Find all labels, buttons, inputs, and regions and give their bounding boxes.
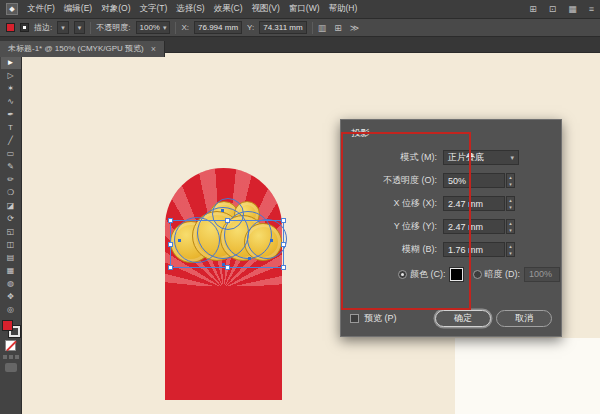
rectangle-tool[interactable]: ▭ <box>1 147 21 160</box>
pasteboard-area <box>455 338 600 414</box>
menu-item-object[interactable]: 对象(O) <box>101 3 130 15</box>
blur-value: 1.76 mm <box>448 245 483 255</box>
stroke-weight-dropdown[interactable]: ▾ <box>57 21 69 34</box>
color-radio[interactable] <box>398 270 407 279</box>
shadow-color-swatch[interactable] <box>450 268 463 281</box>
line-segment-tool[interactable]: ╱ <box>1 134 21 147</box>
brush-definition-dropdown[interactable]: ▾ <box>74 21 86 34</box>
pencil-tool[interactable]: ✏ <box>1 173 21 186</box>
anchor-point[interactable] <box>221 209 224 212</box>
stepper-down-icon[interactable]: ▾ <box>507 204 514 211</box>
y-offset-field[interactable]: 2.47 mm <box>443 219 505 234</box>
workspace-icon[interactable]: ▦ <box>568 4 577 14</box>
selection-handle[interactable] <box>225 218 230 223</box>
selection-tool[interactable]: ► <box>1 56 21 69</box>
selection-handle[interactable] <box>281 218 286 223</box>
scale-tool[interactable]: ◱ <box>1 225 21 238</box>
divider <box>90 22 91 34</box>
opacity-row: 不透明度 (O): 50% ▴ ▾ <box>341 169 561 192</box>
stepper[interactable]: ▴ ▾ <box>506 196 515 211</box>
document-arrange-icon[interactable]: ⊞ <box>529 4 537 14</box>
none-color-button[interactable] <box>5 340 16 351</box>
darkness-label: 暗度 (D): <box>485 268 521 281</box>
stepper-down-icon[interactable]: ▾ <box>507 250 514 257</box>
shape-builder-tool[interactable]: ◫ <box>1 238 21 251</box>
share-icon[interactable]: ⊡ <box>549 4 557 14</box>
transform-panel-icon[interactable]: ⊞ <box>334 23 342 33</box>
stepper[interactable]: ▴ ▾ <box>506 219 515 234</box>
ok-button[interactable]: 确定 <box>435 310 491 327</box>
menu-item-file[interactable]: 文件(F) <box>27 3 55 15</box>
paintbrush-tool[interactable]: ✎ <box>1 160 21 173</box>
selection-handle[interactable] <box>168 265 173 270</box>
eyedropper-tool[interactable]: ◍ <box>1 277 21 290</box>
x-offset-field[interactable]: 2.47 mm <box>443 196 505 211</box>
hand-tool[interactable]: ✥ <box>1 290 21 303</box>
y-offset-row: Y 位移 (Y): 2.47 mm ▴ ▾ <box>341 215 561 238</box>
magic-wand-tool[interactable]: ✶ <box>1 82 21 95</box>
color-mode-buttons[interactable] <box>3 355 19 359</box>
type-tool[interactable]: T <box>1 121 21 134</box>
opacity-value: 100% <box>140 23 160 32</box>
menu-item-type[interactable]: 文字(T) <box>139 3 167 15</box>
stepper-down-icon[interactable]: ▾ <box>507 181 514 188</box>
mode-value: 正片叠底 <box>448 151 484 164</box>
menu-item-edit[interactable]: 编辑(E) <box>64 3 92 15</box>
app-icon[interactable]: ◆ <box>6 3 18 15</box>
zoom-tool[interactable]: ◎ <box>1 303 21 316</box>
dialog-footer: 预览 (P) 确定 取消 <box>350 309 552 327</box>
fill-color-well[interactable] <box>2 320 13 331</box>
selection-handle[interactable] <box>168 218 173 223</box>
gradient-tool[interactable]: ▤ <box>1 251 21 264</box>
eraser-tool[interactable]: ◪ <box>1 199 21 212</box>
direct-selection-tool[interactable]: ▷ <box>1 69 21 82</box>
y-offset-value: 2.47 mm <box>448 222 483 232</box>
menu-item-view[interactable]: 视图(V) <box>252 3 280 15</box>
cancel-button[interactable]: 取消 <box>496 310 552 327</box>
overflow-icon[interactable]: ≡ <box>589 4 594 14</box>
blob-brush-tool[interactable]: ❍ <box>1 186 21 199</box>
color-darkness-row: 颜色 (C): 暗度 (D): 100% <box>341 261 561 287</box>
drop-shadow-dialog: 投影 模式 (M): 正片叠底 ▾ 不透明度 (O): 50% ▴ ▾ X 位移… <box>340 119 562 337</box>
chevron-down-icon: ▾ <box>61 24 65 32</box>
blur-field[interactable]: 1.76 mm <box>443 242 505 257</box>
mesh-tool[interactable]: ▦ <box>1 264 21 277</box>
selection-handle[interactable] <box>281 242 286 247</box>
lasso-tool[interactable]: ∿ <box>1 95 21 108</box>
selection-handle[interactable] <box>168 242 173 247</box>
stroke-proxy-swatch[interactable] <box>20 23 29 32</box>
menu-item-effect[interactable]: 效果(C) <box>214 3 243 15</box>
opacity-dropdown[interactable]: 100% ▾ <box>136 21 171 34</box>
screen-mode-button[interactable] <box>5 363 17 372</box>
stepper[interactable]: ▴ ▾ <box>506 242 515 257</box>
mode-label: 模式 (M): <box>341 151 437 164</box>
stepper-down-icon[interactable]: ▾ <box>507 227 514 234</box>
stepper[interactable]: ▴ ▾ <box>506 173 515 188</box>
document-tab[interactable]: 未标题-1* @ 150% (CMYK/GPU 预览) × <box>0 41 165 57</box>
menu-item-help[interactable]: 帮助(H) <box>329 3 358 15</box>
y-position-field[interactable]: 74.311 mm <box>259 21 306 34</box>
selection-bounding-box[interactable] <box>170 220 284 268</box>
darkness-radio[interactable] <box>473 270 482 279</box>
close-icon[interactable]: × <box>151 44 156 54</box>
pen-tool[interactable]: ✒ <box>1 108 21 121</box>
y-label: Y: <box>247 23 254 32</box>
rotate-tool[interactable]: ⟳ <box>1 212 21 225</box>
opacity-field[interactable]: 50% <box>443 173 505 188</box>
selection-handle[interactable] <box>281 265 286 270</box>
chevron-down-icon: ▾ <box>510 154 514 162</box>
fill-proxy-swatch[interactable] <box>6 23 15 32</box>
x-offset-row: X 位移 (X): 2.47 mm ▴ ▾ <box>341 192 561 215</box>
preview-checkbox[interactable] <box>350 314 359 323</box>
selection-handle[interactable] <box>225 265 230 270</box>
align-panel-icon[interactable]: ▥ <box>318 23 327 33</box>
preview-label: 预览 (P) <box>364 312 397 325</box>
more-options-icon[interactable]: ≫ <box>350 23 359 33</box>
menu-item-select[interactable]: 选择(S) <box>176 3 204 15</box>
x-offset-value: 2.47 mm <box>448 199 483 209</box>
mode-select[interactable]: 正片叠底 ▾ <box>443 150 519 165</box>
darkness-value: 100% <box>529 269 552 279</box>
x-position-field[interactable]: 76.994 mm <box>194 21 242 34</box>
menu-item-window[interactable]: 窗口(W) <box>289 3 320 15</box>
fill-stroke-wells[interactable] <box>2 320 20 337</box>
